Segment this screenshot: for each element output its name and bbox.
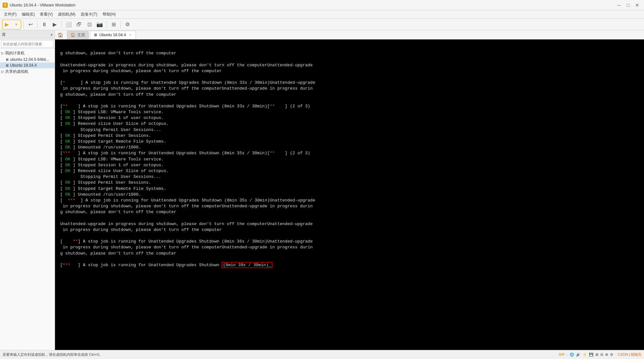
main-layout: ▷ 我的计算机 🖥 ubuntu-12.04.5-64bit... 🖥 Ubun… xyxy=(0,39,644,350)
sidebar-item-label: Ubuntu 18.04.4 xyxy=(10,63,37,68)
status-network-icon: 🌐 xyxy=(570,353,574,357)
status-disk-icon: 💾 xyxy=(589,353,594,357)
power-button[interactable]: ▶ xyxy=(2,20,11,29)
sidebar-search-input[interactable] xyxy=(1,40,53,48)
toolbar: ▶ ▼ ↩ ⏸ ▶ ⬜ 🗗 ⊡ 📷 ⊞ ⚙ xyxy=(0,19,644,30)
toolbar-dropdown[interactable]: ▼ xyxy=(12,20,21,29)
status-usb-icon: ⚡ xyxy=(583,353,587,357)
status-vm-icon: ⊕ xyxy=(605,353,608,357)
status-mem-icon: ⊟ xyxy=(600,353,603,357)
settings-button[interactable]: ⚙ xyxy=(123,20,132,29)
term-line-1: g shutdown, please don't turn off the co… xyxy=(60,51,176,56)
term-line-2: Unattended-upgrade in progress during sh… xyxy=(60,63,313,73)
statusbar-right-area: S中 · 🌐 🔊 ⚡ 💾 ⊞ ⊟ ⊕ ⚙ CSDN | 韩顺亮 xyxy=(559,352,641,357)
tab-home-icon: 🏠 xyxy=(71,33,75,37)
sidebar-title: 库 xyxy=(2,32,6,38)
vm-icon-2: 🖥 xyxy=(5,63,9,67)
fullscreen-button[interactable]: ⬜ xyxy=(64,20,73,29)
sidebar-item-ubuntu-1804[interactable]: 🖥 Ubuntu 18.04.4 xyxy=(0,62,55,68)
suspend-button[interactable]: ⏸ xyxy=(40,20,49,29)
statusbar-hint-text: 若要将输入定向到该虚拟机，请在虚拟机内部单击或按 Ctrl+G。 xyxy=(3,352,103,357)
sidebar-item-shared-vms[interactable]: ▷ 共享的虚拟机 xyxy=(0,68,55,75)
sidebar-title-bar: 库 × xyxy=(0,30,55,39)
status-icon-1: S中 xyxy=(559,352,564,357)
tab-ubuntu[interactable]: 🖥 Ubuntu 18.04.4 × xyxy=(90,31,136,39)
titlebar-controls: ─ □ ✕ xyxy=(615,2,641,8)
separator-4 xyxy=(106,21,107,28)
status-audio-icon: 🔊 xyxy=(576,353,581,357)
unity-button[interactable]: ⊡ xyxy=(85,20,94,29)
status-separator-1: · xyxy=(567,353,568,357)
sidebar-item-ubuntu-1204[interactable]: 🖥 ubuntu-12.04.5-64bit... xyxy=(0,57,55,62)
breadcrumb-home-icon[interactable]: 🏠 xyxy=(58,32,63,38)
sidebar-search-area xyxy=(0,39,55,49)
sidebar-tree: ▷ 我的计算机 🖥 ubuntu-12.04.5-64bit... 🖥 Ubun… xyxy=(0,49,55,350)
power-controls: ▶ ▼ xyxy=(2,20,21,29)
term-line-3: [* ] A stop job is running for Unattende… xyxy=(60,80,315,97)
minimize-button[interactable]: ─ xyxy=(615,2,623,8)
term-line-7: [*** ] A stop job is running for Unatten… xyxy=(60,262,272,268)
vm-icon-1: 🖥 xyxy=(5,58,9,61)
sidebar-item-label: ubuntu-12.04.5-64bit... xyxy=(10,57,49,62)
titlebar: V Ubuntu 18.04.4 - VMware Workstation ─ … xyxy=(0,0,644,10)
revert-button[interactable]: ↩ xyxy=(26,20,35,29)
tab-ubuntu-close[interactable]: × xyxy=(128,33,132,37)
window-title: Ubuntu 18.04.4 - VMware Workstation xyxy=(10,3,615,7)
sidebar-item-my-computer[interactable]: ▷ 我的计算机 xyxy=(0,50,55,57)
statusbar: 若要将输入定向到该虚拟机，请在虚拟机内部单击或按 Ctrl+G。 S中 · 🌐 … xyxy=(0,350,644,359)
menu-edit[interactable]: 编辑(E) xyxy=(19,11,37,18)
separator-2 xyxy=(37,21,38,28)
menu-view[interactable]: 查看(V) xyxy=(37,11,55,18)
status-settings-icon: ⚙ xyxy=(610,353,613,357)
status-cpu-icon: ⊞ xyxy=(595,353,598,357)
menu-vm[interactable]: 虚拟机(M) xyxy=(55,11,78,18)
tab-home-label: 主页 xyxy=(77,32,85,38)
separator-5 xyxy=(120,21,121,28)
menu-tabs[interactable]: 选项卡(T) xyxy=(78,11,100,18)
window-button[interactable]: 🗗 xyxy=(74,20,83,29)
tab-ubuntu-label: Ubuntu 18.04.4 xyxy=(99,33,126,37)
vm-content-area[interactable]: g shutdown, please don't turn off the co… xyxy=(55,39,644,350)
terminal-output: g shutdown, please don't turn off the co… xyxy=(55,39,644,350)
tab-ubuntu-icon: 🖥 xyxy=(94,33,97,37)
breadcrumb-area: 🏠 🏠 主页 🖥 Ubuntu 18.04.4 × xyxy=(55,30,644,39)
sidebar-item-label: 我的计算机 xyxy=(5,50,25,56)
resume-button[interactable]: ▶ xyxy=(50,20,59,29)
app-icon: V xyxy=(3,3,8,8)
statusbar-brand: CSDN | 韩顺亮 xyxy=(618,352,641,357)
folder-expand-icon-2: ▷ xyxy=(1,70,4,74)
menubar: 文件(F) 编辑(E) 查看(V) 虚拟机(M) 选项卡(T) 帮助(H) xyxy=(0,10,644,19)
console-button[interactable]: ⊞ xyxy=(109,20,118,29)
term-line-6: [ **] A stop job is running for Unattend… xyxy=(60,239,313,256)
sidebar-item-label: 共享的虚拟机 xyxy=(5,69,28,74)
term-line-5: Unattended-upgrade in progress during sh… xyxy=(60,222,313,232)
tab-home[interactable]: 🏠 主页 xyxy=(67,31,89,39)
sidebar: ▷ 我的计算机 🖥 ubuntu-12.04.5-64bit... 🖥 Ubun… xyxy=(0,39,55,350)
term-line-4: [** ] A stop job is running for Unattend… xyxy=(60,104,315,214)
folder-expand-icon: ▷ xyxy=(1,51,4,55)
nav-area: 库 × 🏠 🏠 主页 🖥 Ubuntu 18.04.4 × xyxy=(0,30,644,39)
separator-1 xyxy=(23,21,24,28)
close-button[interactable]: ✕ xyxy=(633,2,641,8)
separator-3 xyxy=(61,21,62,28)
snapshot-button[interactable]: 📷 xyxy=(95,20,104,29)
menu-help[interactable]: 帮助(H) xyxy=(100,11,118,18)
menu-file[interactable]: 文件(F) xyxy=(1,11,19,18)
sidebar-close-icon[interactable]: × xyxy=(50,33,53,37)
maximize-button[interactable]: □ xyxy=(624,2,632,8)
